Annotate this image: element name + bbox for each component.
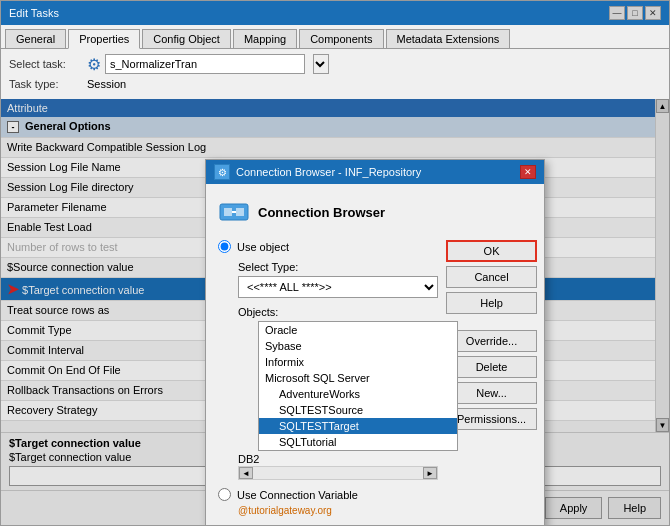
use-conn-var-radio[interactable]: [218, 488, 231, 501]
radio-section: Use object: [218, 240, 438, 253]
objects-list-container: Oracle Sybase Informix Microsoft SQL Ser…: [238, 321, 438, 451]
list-item[interactable]: SQLTESTSource: [259, 402, 457, 418]
objects-label: Objects:: [238, 306, 438, 318]
main-content: Attribute - General Options: [1, 99, 669, 525]
modal-title: Connection Browser - INF_Repository: [236, 166, 421, 178]
modal-header: Connection Browser: [218, 196, 532, 228]
use-object-label: Use object: [237, 241, 289, 253]
task-type-row: Task type: Session: [9, 78, 661, 90]
select-type-label: Select Type:: [238, 261, 438, 273]
list-item[interactable]: Sybase: [259, 338, 457, 354]
modal-override-button[interactable]: Override...: [446, 330, 537, 352]
modal-permissions-button[interactable]: Permissions...: [446, 408, 537, 430]
task-type-value: Session: [87, 78, 126, 90]
select-task-row: Select task: ⚙ s_NormalizerTran: [9, 54, 661, 74]
modal-overlay: ⚙ Connection Browser - INF_Repository ✕: [1, 99, 669, 525]
modal-content: Connection Browser Use object: [206, 184, 544, 525]
list-item[interactable]: Oracle: [259, 322, 457, 338]
tab-mapping[interactable]: Mapping: [233, 29, 297, 48]
minimize-button[interactable]: —: [609, 6, 625, 20]
title-bar-buttons: — □ ✕: [609, 6, 661, 20]
form-area: Select task: ⚙ s_NormalizerTran Task typ…: [1, 49, 669, 99]
tabs-bar: General Properties Config Object Mapping…: [1, 25, 669, 49]
tab-properties[interactable]: Properties: [68, 29, 140, 49]
connection-browser-modal: ⚙ Connection Browser - INF_Repository ✕: [205, 159, 545, 525]
title-bar: Edit Tasks — □ ✕: [1, 1, 669, 25]
tab-components[interactable]: Components: [299, 29, 383, 48]
use-conn-var-label: Use Connection Variable: [237, 489, 358, 501]
tab-metadata-extensions[interactable]: Metadata Extensions: [386, 29, 511, 48]
db2-label: DB2: [238, 453, 259, 465]
modal-ok-button[interactable]: OK: [446, 240, 537, 262]
close-button[interactable]: ✕: [645, 6, 661, 20]
use-conn-var-row: Use Connection Variable: [218, 488, 438, 501]
modal-delete-button[interactable]: Delete: [446, 356, 537, 378]
use-object-radio[interactable]: [218, 240, 231, 253]
tab-general[interactable]: General: [5, 29, 66, 48]
list-item[interactable]: AdventureWorks: [259, 386, 457, 402]
select-task-label: Select task:: [9, 58, 79, 70]
connection-browser-icon: [218, 196, 250, 228]
spacer: [446, 318, 537, 326]
scroll-left-button[interactable]: ◄: [239, 467, 253, 479]
task-icon: ⚙: [87, 55, 101, 74]
list-item[interactable]: SQLTutorial: [259, 434, 457, 450]
modal-new-button[interactable]: New...: [446, 382, 537, 404]
modal-cancel-button[interactable]: Cancel: [446, 266, 537, 288]
svg-rect-1: [224, 208, 232, 216]
select-task-dropdown[interactable]: [313, 54, 329, 74]
task-type-label: Task type:: [9, 78, 79, 90]
main-window: Edit Tasks — □ ✕ General Properties Conf…: [0, 0, 670, 526]
copyright: @tutorialgateway.org: [238, 505, 438, 516]
list-item[interactable]: Microsoft SQL Server: [259, 370, 457, 386]
modal-body-row: Use object Select Type: <<**** ALL ****>…: [218, 240, 532, 516]
select-type-dropdown[interactable]: <<**** ALL ****>>: [238, 276, 438, 298]
horizontal-scrollbar[interactable]: ◄ ►: [238, 466, 438, 480]
window-title: Edit Tasks: [9, 7, 59, 19]
modal-header-label: Connection Browser: [258, 205, 385, 220]
modal-close-button[interactable]: ✕: [520, 165, 536, 179]
use-object-row: Use object: [218, 240, 438, 253]
modal-right-buttons: OK Cancel Help Override... Delete New...…: [446, 240, 537, 516]
scroll-right-button[interactable]: ►: [423, 467, 437, 479]
modal-title-left: ⚙ Connection Browser - INF_Repository: [214, 164, 421, 180]
modal-help-button[interactable]: Help: [446, 292, 537, 314]
modal-left: Use object Select Type: <<**** ALL ****>…: [218, 240, 438, 516]
db2-row: DB2: [238, 453, 438, 465]
modal-title-bar: ⚙ Connection Browser - INF_Repository ✕: [206, 160, 544, 184]
select-task-input[interactable]: [105, 54, 305, 74]
modal-title-icon: ⚙: [214, 164, 230, 180]
tab-config-object[interactable]: Config Object: [142, 29, 231, 48]
maximize-button[interactable]: □: [627, 6, 643, 20]
objects-list: Oracle Sybase Informix Microsoft SQL Ser…: [258, 321, 458, 451]
svg-rect-2: [236, 208, 244, 216]
list-item[interactable]: Informix: [259, 354, 457, 370]
select-type-section: Select Type: <<**** ALL ****>>: [218, 261, 438, 298]
list-item-sqltesttarget[interactable]: SQLTESTTarget: [259, 418, 457, 434]
